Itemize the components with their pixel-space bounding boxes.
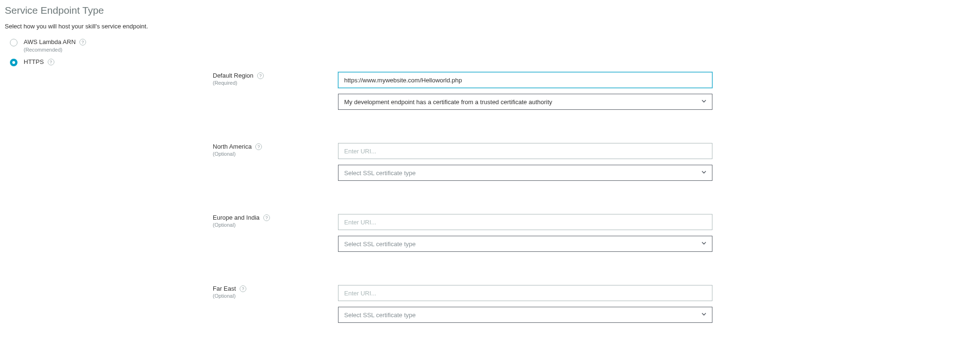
far-east-ssl-select[interactable]: Select SSL certificate type [338,307,712,323]
region-label: Default Region [213,72,253,79]
help-icon[interactable]: ? [255,143,262,150]
radio-unselected-icon [10,39,17,46]
region-row-far-east: Far East ? (Optional) Select SSL certifi… [5,285,975,323]
region-row-europe-india: Europe and India ? (Optional) Select SSL… [5,214,975,252]
region-sublabel: (Optional) [213,293,338,299]
radio-label: AWS Lambda ARN [24,38,76,45]
help-icon[interactable]: ? [263,214,270,221]
help-icon[interactable]: ? [257,72,264,79]
region-sublabel: (Optional) [213,151,338,157]
radio-selected-icon [10,59,17,66]
region-label: Europe and India [213,214,260,221]
europe-india-uri-input[interactable] [338,214,712,230]
region-row-default: Default Region ? (Required) My developme… [5,72,975,110]
default-region-uri-input[interactable] [338,72,712,88]
europe-india-ssl-select[interactable]: Select SSL certificate type [338,236,712,252]
page-title: Service Endpoint Type [5,5,975,16]
help-icon[interactable]: ? [79,39,86,45]
region-sublabel: (Optional) [213,222,338,228]
north-america-ssl-select[interactable]: Select SSL certificate type [338,165,712,181]
region-label: Far East [213,285,236,292]
region-label: North America [213,143,252,150]
far-east-uri-input[interactable] [338,285,712,301]
help-icon[interactable]: ? [240,285,246,292]
north-america-uri-input[interactable] [338,143,712,159]
radio-option-aws-lambda[interactable]: AWS Lambda ARN ? (Recommended) [5,38,975,53]
radio-label: HTTPS [24,58,44,65]
region-sublabel: (Required) [213,80,338,86]
radio-option-https[interactable]: HTTPS ? [5,58,975,66]
radio-sublabel: (Recommended) [24,47,86,53]
page-subtitle: Select how you will host your skill's se… [5,23,975,30]
region-row-north-america: North America ? (Optional) Select SSL ce… [5,143,975,181]
help-icon[interactable]: ? [48,59,54,65]
default-region-ssl-select[interactable]: My development endpoint has a certificat… [338,94,712,110]
